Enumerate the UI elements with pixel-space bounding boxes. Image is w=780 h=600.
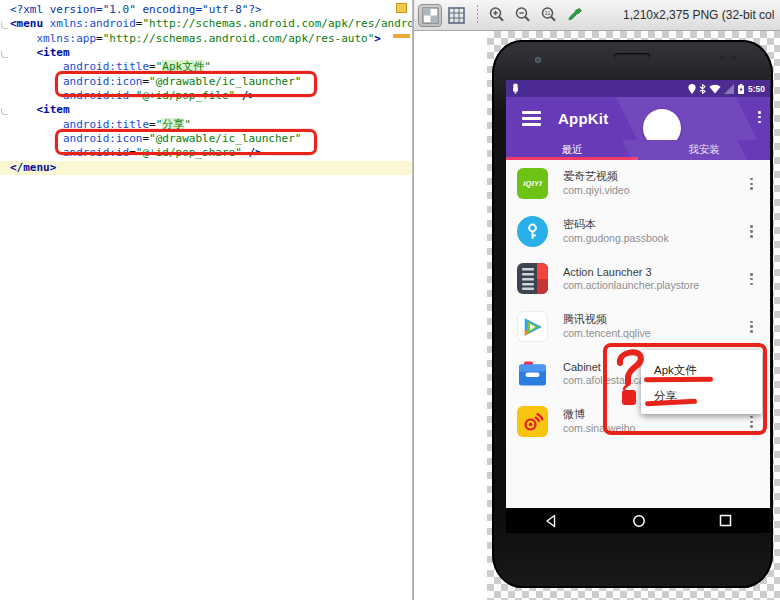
battery-icon <box>738 84 744 94</box>
app-item-title: 腾讯视频 <box>563 313 651 327</box>
app-title: AppKit <box>558 110 608 127</box>
toolbar-separator <box>477 5 478 25</box>
cabinet-icon <box>517 359 548 390</box>
inspection-status-icon[interactable] <box>396 3 407 13</box>
zoom-actual-icon[interactable]: 11 <box>537 4 561 27</box>
app-list-item[interactable]: 密码本com.gudong.passbook <box>506 208 770 256</box>
code-line[interactable]: <item <box>0 103 412 117</box>
app-item-package: com.actionlauncher.playstore <box>563 279 699 292</box>
app-item-package: com.tencent.qqlive <box>563 327 651 340</box>
location-icon <box>688 84 696 94</box>
fold-marker[interactable] <box>1 22 8 29</box>
app-item-texts: 爱奇艺视频com.qiyi.video <box>563 170 630 197</box>
item-overflow-menu-icon[interactable] <box>750 273 753 285</box>
image-info-label: 1,210x2,375 PNG (32-bit col <box>623 8 774 22</box>
signal-icon <box>724 84 735 94</box>
annotation-box-icon-attr-2 <box>55 129 317 155</box>
code-line[interactable]: xmlns:app="http://schemas.android.com/ap… <box>0 32 412 46</box>
app-list: iQIYI爱奇艺视频com.qiyi.video密码本com.gudong.pa… <box>506 160 770 508</box>
item-overflow-menu-icon[interactable] <box>750 178 753 190</box>
fold-marker[interactable] <box>1 51 8 58</box>
android-nav-bar <box>506 508 770 533</box>
annotation-question-mark <box>612 347 648 409</box>
proximity-sensor <box>731 55 736 60</box>
app-item-package: com.qiyi.video <box>563 184 630 197</box>
proximity-sensor <box>720 55 725 60</box>
pixel-grid-icon[interactable] <box>444 4 468 27</box>
app-item-title: 密码本 <box>563 218 669 232</box>
item-overflow-menu-icon[interactable] <box>750 225 753 237</box>
tab-installed[interactable]: 我安装 <box>638 140 770 160</box>
app-item-title: Action Launcher 3 <box>563 266 699 280</box>
xml-code-editor[interactable]: <?xml version="1.0" encoding="utf-8"?><m… <box>0 0 412 600</box>
code-line[interactable]: <item <box>0 46 412 60</box>
back-icon[interactable] <box>544 514 558 528</box>
viewer-toolbar: 11 1,210x2,375 PNG (32-bit col <box>414 0 780 31</box>
status-clock: 5:50 <box>748 84 765 94</box>
app-list-item[interactable]: iQIYI爱奇艺视频com.qiyi.video <box>506 160 770 208</box>
app-item-texts: Action Launcher 3com.actionlauncher.play… <box>563 266 699 293</box>
item-overflow-menu-icon[interactable] <box>750 321 753 333</box>
key-icon <box>517 216 548 247</box>
app-item-package: com.gudong.passbook <box>563 232 669 245</box>
zoom-in-icon[interactable] <box>485 4 509 27</box>
phone-screen: 5:50 AppKit 最近 我安装 iQIYI爱奇艺视频com.qiyi.vi… <box>506 80 770 533</box>
zoom-out-icon[interactable] <box>511 4 535 27</box>
iqiyi-icon: iQIYI <box>517 168 548 199</box>
action-launcher-icon <box>517 263 548 294</box>
app-item-title: 爱奇艺视频 <box>563 170 630 184</box>
fold-marker[interactable] <box>1 108 8 115</box>
wifi-icon <box>709 84 721 94</box>
app-toolbar: AppKit <box>506 97 770 140</box>
bluetooth-icon <box>699 84 706 94</box>
app-list-item[interactable]: Action Launcher 3com.actionlauncher.play… <box>506 255 770 303</box>
app-item-texts: 密码本com.gudong.passbook <box>563 218 669 245</box>
hamburger-menu-icon[interactable] <box>522 111 541 125</box>
code-line[interactable]: <menu xmlns:android="http://schemas.andr… <box>0 17 412 31</box>
android-status-bar: 5:50 <box>506 80 770 97</box>
annotation-underline-1 <box>644 377 713 382</box>
earpiece-speaker <box>614 53 650 60</box>
app-item-texts: 腾讯视频com.tencent.qqlive <box>563 313 651 340</box>
front-camera-icon <box>535 57 541 63</box>
home-icon[interactable] <box>632 514 646 528</box>
overflow-menu-icon[interactable] <box>758 111 761 123</box>
tab-bar: 最近 我安装 <box>506 140 770 160</box>
recents-icon[interactable] <box>719 514 732 527</box>
warning-stripe-marker[interactable] <box>393 34 410 38</box>
ide-split-view: <?xml version="1.0" encoding="utf-8"?><m… <box>0 0 780 600</box>
eyedropper-icon[interactable] <box>563 4 587 27</box>
svg-text:11: 11 <box>544 10 551 16</box>
code-line[interactable]: </menu> <box>0 161 412 175</box>
transparency-checker-icon[interactable] <box>418 4 442 27</box>
weibo-icon <box>517 406 548 437</box>
annotation-box-icon-attr-1 <box>55 71 317 97</box>
usb-debug-icon <box>511 83 520 94</box>
code-line[interactable]: <?xml version="1.0" encoding="utf-8"?> <box>0 3 412 17</box>
tencent-video-icon <box>517 311 548 342</box>
